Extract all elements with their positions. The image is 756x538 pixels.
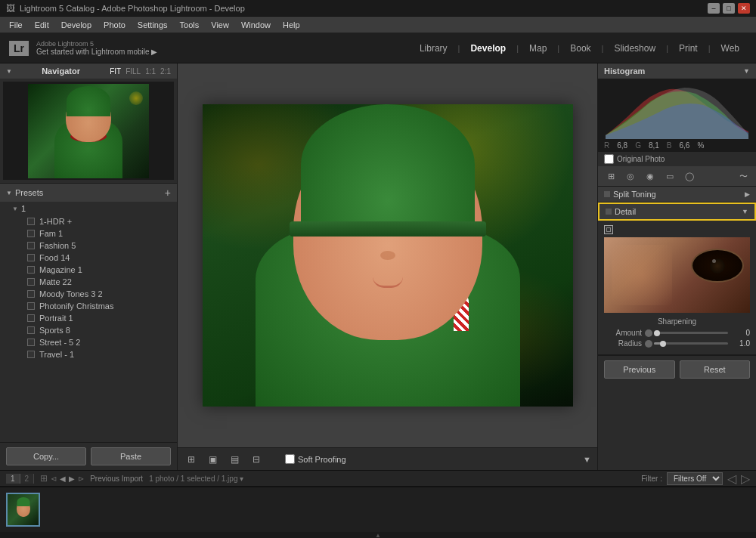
previous-button[interactable]: Previous [604,360,675,379]
photo-nose [380,251,395,260]
menu-window[interactable]: Window [235,19,277,31]
zoom-target-icon[interactable] [604,225,613,234]
preset-item-sports8[interactable]: Sports 8 [0,324,177,336]
radial-filter-icon[interactable]: ◯ [681,169,698,183]
menu-view[interactable]: View [205,19,235,31]
nav-prev-prev-icon[interactable]: ⊲ [51,475,57,483]
titlebar: 🖼 Lightroom 5 Catalog - Adobe Photoshop … [0,0,756,17]
filter-dropdown[interactable]: Filters Off [667,472,723,485]
nav-bokeh1 [129,91,143,105]
module-book[interactable]: Book [562,40,598,57]
graduated-filter-icon[interactable]: ▭ [662,169,678,183]
menu-edit[interactable]: Edit [29,19,55,31]
toolbar-expand-button[interactable]: ▼ [583,455,591,464]
detail-header[interactable]: Detail ▼ [598,203,756,221]
module-print[interactable]: Print [671,40,705,57]
presets-add-button[interactable]: + [165,187,171,199]
menu-file[interactable]: File [3,19,29,31]
filmstrip-tab-1[interactable]: 1 [6,474,20,484]
bottom-expand-bar[interactable]: ▲ [0,532,756,538]
preset-icon [27,254,35,261]
navigator-preview[interactable] [3,82,174,180]
view-loupe-icon[interactable]: ▣ [205,452,221,467]
preset-item-matte22[interactable]: Matte 22 [0,276,177,288]
left-panel-bottom: Copy... Paste [0,442,177,470]
original-photo-label[interactable]: Original Photo [617,155,665,163]
left-panel: ▼ Navigator FIT FILL 1:1 2:1 [0,63,178,470]
nav-2to1-btn[interactable]: 2:1 [160,67,171,76]
reset-button[interactable]: Reset [680,360,751,379]
redeye-icon[interactable]: ◉ [642,169,658,183]
menu-tools[interactable]: Tools [174,19,206,31]
filter-label: Filter : [641,475,662,483]
histogram-header[interactable]: Histogram ▼ [598,63,756,79]
nav-fill-btn[interactable]: FILL [125,67,141,76]
view-grid-icon[interactable]: ⊞ [184,452,199,467]
nav-1to1-btn[interactable]: 1:1 [145,67,156,76]
adjustment-brush-icon[interactable]: 〜 [735,169,751,183]
preset-group-header[interactable]: ▼ 1 [0,202,177,215]
minimize-button[interactable]: – [708,3,720,14]
module-library[interactable]: Library [412,40,455,57]
preset-item-fashion5[interactable]: Fashion 5 [0,240,177,252]
preset-item-fam1[interactable]: Fam 1 [0,227,177,240]
menu-develop[interactable]: Develop [55,19,98,31]
menu-settings[interactable]: Settings [132,19,174,31]
menu-photo[interactable]: Photo [98,19,132,31]
preset-item-portrait1[interactable]: Portrait 1 [0,312,177,324]
crop-tool-icon[interactable]: ⊞ [603,169,619,183]
preset-item-moody[interactable]: Moody Tones 3 2 [0,288,177,300]
detail-preview-img [604,237,750,313]
preset-item-photonify[interactable]: Photonify Christmas [0,300,177,312]
window-controls: – □ ✕ [708,3,750,14]
split-toning-header[interactable]: Split Toning ▶ [598,187,756,202]
r-label: R [604,141,609,150]
sharpening-section: Sharpening Amount 0 [604,317,750,348]
amount-thumb[interactable] [654,330,660,336]
nav-next-next-icon[interactable]: ⊳ [78,475,84,483]
radius-slider[interactable] [654,342,728,345]
view-survey-icon[interactable]: ⊟ [249,452,264,467]
soft-proofing-label[interactable]: Soft Proofing [298,455,346,464]
filmstrip-tab-2[interactable]: 2 [20,474,35,484]
radius-thumb[interactable] [660,341,666,347]
preset-item-hdr[interactable]: 1-HDR + [0,215,177,227]
filmstrip-thumbnail[interactable] [6,493,40,527]
module-slideshow[interactable]: Slideshow [606,40,663,57]
close-button[interactable]: ✕ [738,3,750,14]
paste-button[interactable]: Paste [91,447,171,465]
filmstrip-count-label: 1 photo / 1 selected / 1.jpg ▾ [149,475,243,483]
soft-proofing-checkbox[interactable] [285,454,295,464]
preset-icon [27,326,35,334]
amount-slider[interactable] [654,332,728,334]
preset-label: Magazine 1 [39,265,82,274]
spot-removal-icon[interactable]: ◎ [622,169,639,183]
mobile-tagline[interactable]: Get started with Lightroom mobile ▶ [36,48,157,56]
thumb-image [8,494,39,525]
maximize-button[interactable]: □ [723,3,735,14]
nav-fit-btn[interactable]: FIT [110,67,121,76]
nav-prev-icon[interactable]: ◀ [60,475,66,483]
preset-item-travel1[interactable]: Travel - 1 [0,348,177,360]
view-compare-icon[interactable]: ▤ [227,452,243,467]
center-toolbar: ⊞ ▣ ▤ ⊟ Soft Proofing ▼ [178,447,597,470]
module-map[interactable]: Map [522,40,554,57]
photo-area[interactable] [178,63,597,447]
navigator-header[interactable]: ▼ Navigator FIT FILL 1:1 2:1 [0,63,177,79]
module-develop[interactable]: Develop [463,40,513,57]
preset-item-magazine1[interactable]: Magazine 1 [0,264,177,276]
nav-grid-icon[interactable]: ⊞ [40,473,48,484]
copy-button[interactable]: Copy... [6,447,86,465]
menu-help[interactable]: Help [277,19,306,31]
module-web[interactable]: Web [714,40,747,57]
expand-right-icon[interactable]: ▷ [741,472,750,486]
photo-hat [301,104,475,225]
preset-item-food14[interactable]: Food 14 [0,252,177,264]
expand-left-icon[interactable]: ◁ [727,472,736,486]
filmstrip-source-label[interactable]: Previous Import [90,475,143,483]
original-photo-checkbox[interactable] [604,154,614,164]
detail-preview[interactable] [604,237,750,313]
preset-item-street52[interactable]: Street - 5 2 [0,336,177,348]
nav-next-icon[interactable]: ▶ [69,475,75,483]
presets-header[interactable]: ▼ Presets + [0,184,177,202]
